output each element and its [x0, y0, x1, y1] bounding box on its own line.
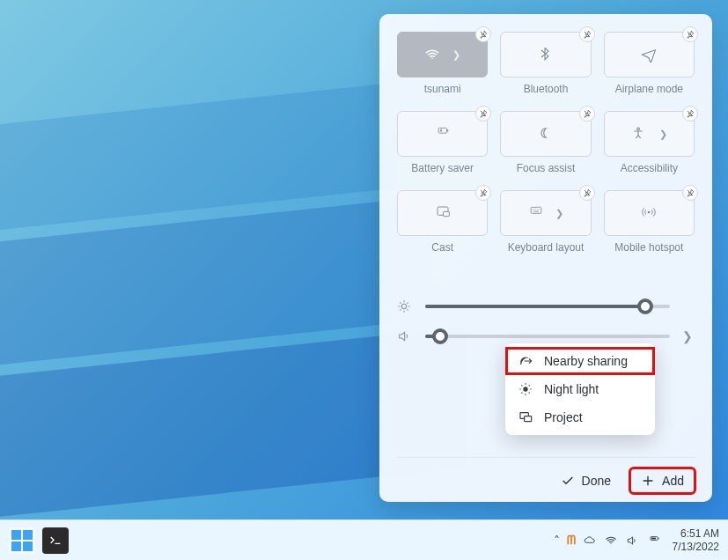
tile-button[interactable]: ❯	[500, 190, 591, 236]
plus-icon	[641, 474, 655, 488]
volume-slider[interactable]: ❯	[397, 329, 695, 343]
windows-logo-icon	[11, 530, 33, 551]
project-icon	[518, 410, 533, 424]
unpin-icon[interactable]	[475, 185, 491, 201]
add-label: Add	[662, 474, 684, 488]
tile-label: Airplane mode	[615, 83, 683, 95]
tile-label: Bluetooth	[524, 83, 569, 95]
tile-accessibility: ❯ Accessibility	[604, 111, 695, 187]
clock-date: 7/13/2022	[673, 541, 719, 553]
menu-item-label: Nearby sharing	[544, 354, 628, 368]
menu-item-night-light[interactable]: Night light	[505, 375, 655, 403]
svg-rect-0	[438, 128, 446, 133]
menu-item-label: Project	[544, 410, 583, 424]
tile-airplane: Airplane mode	[604, 32, 695, 107]
done-button[interactable]: Done	[550, 468, 621, 493]
tile-bluetooth: Bluetooth	[500, 32, 591, 107]
accessibility-icon	[631, 126, 647, 142]
start-button[interactable]	[9, 527, 35, 554]
svg-rect-13	[651, 537, 656, 539]
chevron-right-icon[interactable]: ❯	[452, 49, 460, 61]
menu-item-project[interactable]: Project	[505, 403, 655, 431]
tile-button[interactable]	[604, 190, 695, 236]
slider-thumb[interactable]	[637, 298, 653, 314]
clock-time: 6:51 AM	[673, 527, 719, 540]
nearby-sharing-icon	[518, 354, 533, 368]
tile-button[interactable]	[604, 32, 695, 77]
svg-rect-1	[447, 129, 448, 131]
airplane-icon	[641, 47, 657, 63]
svg-point-8	[523, 387, 527, 391]
battery-tray-icon[interactable]	[646, 535, 664, 546]
unpin-icon[interactable]	[682, 26, 698, 42]
brightness-slider[interactable]	[397, 299, 695, 313]
menu-item-nearby-sharing[interactable]: Nearby sharing	[505, 347, 655, 375]
tile-label: Battery saver	[411, 162, 474, 174]
menu-item-label: Night light	[544, 382, 599, 396]
tile-label: Cast	[431, 241, 453, 254]
add-menu-popup: Nearby sharing Night light Project	[505, 343, 655, 435]
wifi-tray-icon[interactable]	[604, 534, 618, 547]
tile-label: tsunami	[424, 83, 461, 95]
unpin-icon[interactable]	[682, 185, 698, 201]
keyboard-icon	[527, 205, 543, 221]
unpin-icon[interactable]	[579, 106, 595, 122]
tile-button[interactable]	[397, 190, 488, 236]
unpin-icon[interactable]	[475, 106, 491, 122]
taskbar: ˄ ᗰ 6:51 AM 7/13/2022	[0, 519, 728, 560]
night-light-icon	[518, 382, 533, 396]
unpin-icon[interactable]	[579, 26, 595, 42]
svg-rect-4	[443, 211, 449, 216]
tile-button[interactable]: ❯	[604, 111, 695, 157]
hotspot-icon	[641, 205, 657, 221]
chevron-right-icon[interactable]: ❯	[555, 208, 563, 219]
unpin-icon[interactable]	[475, 26, 491, 42]
tile-button[interactable]: ❯	[397, 32, 488, 77]
cast-icon	[435, 205, 451, 221]
tile-cast: Cast	[397, 190, 488, 266]
battery-saver-icon	[435, 126, 451, 142]
slider-track[interactable]	[425, 335, 670, 338]
panel-bottom-bar: Done Add	[397, 457, 695, 493]
check-icon	[561, 474, 575, 488]
svg-rect-10	[525, 416, 532, 422]
tile-wifi: ❯ tsunami	[397, 32, 488, 107]
tile-button[interactable]	[500, 32, 591, 77]
chevron-right-icon[interactable]: ❯	[659, 129, 667, 140]
add-button[interactable]: Add	[630, 468, 695, 493]
terminal-button[interactable]	[42, 527, 69, 554]
tile-label: Keyboard layout	[508, 241, 585, 254]
slider-thumb[interactable]	[432, 328, 448, 344]
tile-label: Accessibility	[621, 162, 678, 174]
chevron-right-icon[interactable]: ❯	[682, 329, 695, 343]
svg-point-7	[401, 304, 406, 308]
terminal-icon	[48, 534, 63, 548]
tile-label: Focus assist	[517, 162, 576, 174]
unpin-icon[interactable]	[579, 185, 595, 201]
bluetooth-icon	[538, 47, 554, 63]
tile-focus-assist: Focus assist	[500, 111, 591, 187]
onedrive-icon[interactable]	[583, 534, 597, 547]
slider-fill	[425, 305, 645, 308]
tray-app-icon[interactable]: ᗰ	[567, 533, 576, 548]
system-tray[interactable]: ˄ ᗰ	[554, 533, 664, 548]
slider-track[interactable]	[425, 305, 670, 308]
tile-keyboard: ❯ Keyboard layout	[500, 190, 591, 266]
tile-hotspot: Mobile hotspot	[604, 190, 695, 266]
tile-button[interactable]	[500, 111, 591, 157]
unpin-icon[interactable]	[682, 106, 698, 122]
svg-rect-5	[532, 207, 542, 213]
tile-battery-saver: Battery saver	[397, 111, 488, 187]
taskbar-right: ˄ ᗰ 6:51 AM 7/13/2022	[554, 527, 719, 553]
quick-settings-panel: ❯ tsunami Bluetooth Airplane mode	[379, 14, 712, 502]
volume-tray-icon[interactable]	[625, 534, 639, 547]
tile-label: Mobile hotspot	[614, 241, 683, 254]
tile-button[interactable]	[397, 111, 488, 157]
chevron-up-icon[interactable]: ˄	[554, 534, 560, 548]
svg-point-6	[648, 211, 651, 214]
taskbar-clock[interactable]: 6:51 AM 7/13/2022	[673, 527, 719, 553]
quick-settings-grid: ❯ tsunami Bluetooth Airplane mode	[397, 32, 695, 266]
focus-assist-icon	[538, 126, 554, 142]
volume-icon	[397, 329, 413, 343]
done-label: Done	[582, 474, 611, 488]
